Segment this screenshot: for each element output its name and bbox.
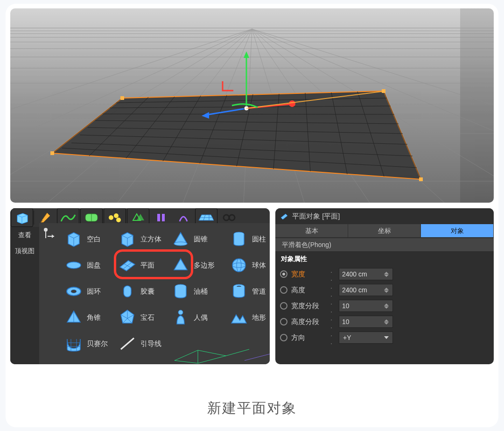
width-anim-toggle[interactable] (280, 270, 287, 278)
primitive-cube[interactable]: 立方体 (116, 227, 168, 251)
oiltank-icon (171, 282, 190, 301)
disc-icon (64, 256, 83, 275)
primitive-sphere[interactable]: 球体 (228, 253, 266, 277)
polygon-icon (171, 256, 190, 275)
hseg-input[interactable]: 10 (339, 316, 393, 328)
svg-rect-47 (50, 151, 54, 155)
primitive-plane[interactable]: 平面 (116, 253, 168, 277)
section-object-props: 对象属性 (275, 251, 494, 266)
primitive-disc[interactable]: 圆盘 (63, 253, 114, 277)
primitive-figure[interactable]: 人偶 (169, 305, 221, 330)
prop-height: 高度. .2400 cm (275, 282, 494, 298)
wseg-anim-toggle[interactable] (280, 302, 287, 310)
svg-rect-68 (162, 214, 165, 221)
primitive-null[interactable]: 空白 (63, 227, 114, 251)
width-input[interactable]: 2400 cm (339, 268, 393, 280)
toolbar-cube-icon[interactable] (11, 208, 33, 227)
svg-point-62 (109, 215, 113, 220)
properties-title-bar: 平面对象 [平面] (275, 208, 494, 224)
primitive-label: 管道 (252, 287, 266, 296)
primitive-pyramid[interactable]: 角锥 (63, 305, 114, 330)
primitive-label: 圆盘 (87, 261, 101, 270)
svg-point-74 (224, 215, 229, 220)
prop-orient: 方向. .+Y (275, 330, 494, 346)
primitive-label: 空白 (87, 235, 101, 244)
primitive-label: 油桶 (194, 287, 208, 296)
sphere-icon (230, 256, 248, 275)
hseg-anim-toggle[interactable] (280, 318, 287, 325)
primitive-label: 平面 (140, 261, 154, 270)
null-icon (64, 230, 83, 248)
viewport-grid-svg (10, 8, 494, 203)
primitive-label: 引导线 (140, 339, 161, 348)
torus-icon (64, 282, 83, 301)
svg-point-64 (116, 218, 121, 222)
primitive-tube[interactable]: 管道 (228, 279, 266, 304)
svg-rect-45 (382, 89, 385, 93)
svg-point-76 (44, 228, 48, 232)
primitive-oiltank[interactable]: 油桶 (169, 279, 221, 304)
guide-icon (118, 334, 137, 353)
height-label: 高度 (291, 286, 330, 295)
primitives-menu-panel: 查看 顶视图 空白圆盘圆环角锥贝赛尔 立方体平面胶囊宝石引导线 圆锥多边形油桶人… (10, 208, 270, 364)
svg-marker-56 (17, 213, 28, 224)
cylinder-icon (230, 230, 248, 248)
pyramid-icon (64, 308, 83, 327)
object-properties-panel: 平面对象 [平面] 基本 坐标 对象 平滑着色(Phong) 对象属性 宽度. … (275, 208, 494, 364)
bezier-icon (64, 334, 83, 353)
tab-basic[interactable]: 基本 (275, 224, 348, 237)
width-label: 宽度 (291, 270, 330, 279)
primitive-label: 圆锥 (194, 235, 208, 244)
primitive-landscape[interactable]: 地形 (228, 305, 266, 330)
tab-object[interactable]: 对象 (421, 224, 494, 237)
svg-rect-67 (157, 214, 160, 221)
height-input[interactable]: 2400 cm (339, 284, 393, 296)
primitive-label: 多边形 (194, 261, 215, 270)
wseg-input[interactable]: 10 (339, 300, 393, 312)
primitive-label: 球体 (252, 261, 266, 270)
svg-rect-44 (120, 96, 124, 100)
3d-viewport[interactable] (10, 8, 494, 203)
primitive-guide[interactable]: 引导线 (116, 332, 168, 356)
primitive-label: 宝石 (140, 313, 154, 322)
primitive-cylinder[interactable]: 圆柱 (228, 227, 266, 251)
capsule-icon (118, 282, 137, 301)
primitive-bezier[interactable]: 贝赛尔 (63, 332, 114, 356)
primitive-cone[interactable]: 圆锥 (169, 227, 221, 251)
orient-dropdown[interactable]: +Y (339, 332, 393, 344)
svg-point-51 (289, 100, 295, 107)
figure-icon (171, 308, 190, 327)
chevron-down-icon (384, 336, 389, 339)
height-anim-toggle[interactable] (280, 286, 287, 294)
primitive-capsule[interactable]: 胶囊 (116, 279, 168, 304)
view-label[interactable]: 查看 (10, 227, 39, 243)
axis-corner-icon (43, 227, 56, 240)
topview-label[interactable]: 顶视图 (10, 243, 39, 259)
tube-icon (230, 282, 248, 301)
tab-coord[interactable]: 坐标 (348, 224, 421, 237)
landscape-icon (230, 308, 248, 327)
phong-tab[interactable]: 平滑着色(Phong) (275, 238, 494, 251)
svg-rect-46 (419, 177, 423, 181)
cube-icon (118, 230, 137, 248)
prop-wseg: 宽度分段. .10 (275, 298, 494, 314)
svg-marker-49 (244, 51, 249, 58)
svg-point-63 (114, 213, 119, 218)
primitive-platonic[interactable]: 宝石 (116, 305, 168, 330)
svg-marker-79 (52, 234, 54, 238)
primitive-label: 地形 (252, 313, 266, 322)
orient-anim-toggle[interactable] (280, 334, 287, 341)
primitive-popup: 空白圆盘圆环角锥贝赛尔 立方体平面胶囊宝石引导线 圆锥多边形油桶人偶 圆柱球体管… (39, 223, 270, 364)
primitive-torus[interactable]: 圆环 (63, 279, 114, 304)
platonic-icon (118, 308, 137, 327)
primitive-polygon[interactable]: 多边形 (169, 253, 221, 277)
primitive-label: 立方体 (140, 235, 161, 244)
cone-icon (171, 230, 190, 248)
svg-marker-66 (137, 214, 144, 220)
properties-tabs: 基本 坐标 对象 (275, 224, 494, 237)
primitive-label: 角锥 (87, 313, 101, 322)
figure-caption: 新建平面对象 (6, 399, 498, 418)
primitive-label: 圆环 (87, 287, 101, 296)
svg-point-75 (229, 215, 235, 220)
properties-title: 平面对象 [平面] (292, 212, 340, 221)
